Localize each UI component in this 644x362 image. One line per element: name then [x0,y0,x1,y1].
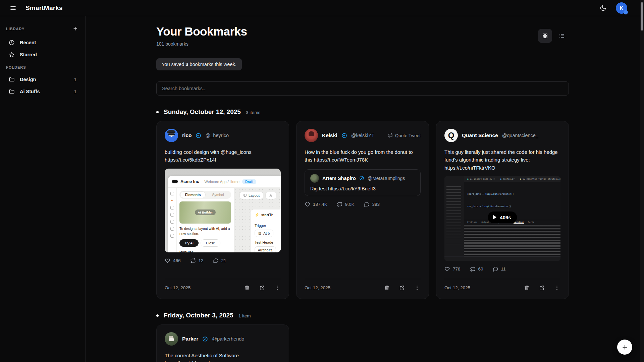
comments-stat[interactable]: 11 [493,266,506,272]
delete-bookmark-button[interactable] [383,284,390,291]
acme-logo [172,180,178,183]
more-options-button[interactable] [553,284,560,291]
scrollbar-thumb[interactable] [641,2,643,31]
delete-bookmark-button[interactable] [244,284,251,291]
section-item-count: 1 item [238,313,251,318]
folder-count: 1 [74,89,76,94]
quoted-tweet-text: Rig test https://t.co/kY9IBneff3 [310,186,415,191]
flow-button [265,192,276,199]
company-name: Acme Inc [180,179,199,184]
page-title: Your Bookmarks [156,25,247,38]
add-bookmark-fab[interactable] [617,340,632,355]
ai-builder-pill: AI Builder [195,209,216,215]
terminal-output [464,225,560,256]
retweet-icon [470,266,476,272]
quoted-tweet[interactable]: Artem Shapiro @MetaDumplings Rig test ht… [305,169,421,196]
open-external-button[interactable] [538,284,545,291]
section-bullet [156,111,159,113]
tweet-video-thumbnail[interactable]: ● 01_ingest_data.py × ● config.py ● 02_m… [444,176,560,261]
tweet-text: How in the blue fuck do you go from the … [305,148,421,164]
more-options-button[interactable] [274,284,281,291]
user-avatar-initial: K [620,5,624,11]
top-bar: SmartMarks K [0,0,644,16]
user-avatar[interactable]: K [616,2,627,14]
list-view-button[interactable] [555,29,569,43]
layout-button: Layout [239,192,263,199]
retweets-stat[interactable]: 60 [470,266,483,272]
likes-stat[interactable]: 187.4K [305,201,327,207]
elements-tab: Elements [180,191,206,198]
bookmark-card-parker[interactable]: Parker @parkerhendo The correct Aestheti… [156,324,289,362]
saved-date: Oct 12, 2025 [165,285,191,290]
sidebar-item-label: Starred [20,52,37,57]
bookmark-count: 101 bookmarks [156,41,247,47]
more-options-button[interactable] [414,284,421,291]
add-library-button[interactable] [71,25,79,33]
sidebar: LIBRARY Recent Starred FOLDERS [0,16,86,362]
app-title: SmartMarks [25,4,63,12]
retweet-icon [190,258,196,263]
likes-stat[interactable]: 466 [165,258,181,263]
landscape-thumbnail: AI Builder [179,201,231,224]
design-tool-window: Acme Inc Webcore App / Home Draft ✦ Elem… [168,176,281,252]
tool-icon-rail: ✦ [168,188,177,252]
author-name: rico [182,132,192,138]
try-ai-button: Try AI [179,239,199,247]
tweet-image-design-tool[interactable]: Acme Inc Webcore App / Home Draft ✦ Elem… [165,169,281,252]
design-canvas: Layout ⚡ startTr Trigger [234,188,281,252]
heart-icon [165,258,170,263]
open-external-button[interactable] [398,284,406,291]
likes-stat[interactable]: 778 [444,266,461,272]
author-name: Parker [182,336,198,342]
video-play-button[interactable]: 409s [488,212,517,223]
sidebar-folder-design[interactable]: Design 1 [5,73,80,85]
star-icon [9,52,15,58]
bookmark-card-rico[interactable]: rico @_heyrico building cool design with… [156,121,289,299]
avatar-status-dot [624,10,628,14]
verified-badge-icon [341,133,347,138]
author-handle: @_heyrico [205,133,229,138]
author-handle: @parkerhendo [212,336,244,342]
bookmark-card-quant-science[interactable]: Q Quant Science @quantscience_ This guy … [436,121,569,299]
retweets-stat[interactable]: 12 [190,258,204,263]
comments-stat[interactable]: 383 [364,201,380,207]
sidebar-item-recent[interactable]: Recent [5,37,80,49]
folder-count: 1 [74,77,76,82]
symbol-tab: Symbol [206,192,230,198]
section-bullet [156,314,159,317]
trigger-properties-panel: ⚡ startTr Trigger 🗓 At 5 Test Heade Auth… [250,209,281,252]
main-content: Your Bookmarks 101 bookmarks [86,16,644,362]
page-scrollbar[interactable] [640,0,644,362]
sidebar-folder-label: Design [20,77,36,82]
comment-icon [493,266,498,272]
delete-bookmark-button[interactable] [523,284,530,291]
tweet-text: The correct Aesthetic of Software https:… [165,352,281,362]
library-section-label: LIBRARY [6,27,24,31]
banner-text: bookmarks this week. [188,62,236,67]
sidebar-item-starred[interactable]: Starred [5,49,80,61]
ai-caption: To design a layout with AI, add a new se… [179,226,231,237]
bookmark-card-kelski[interactable]: Kelski @kelskiYT Quote Tweet How in the … [296,121,429,299]
banner-text: You saved [162,62,185,67]
section-item-count: 3 items [246,110,261,115]
hamburger-menu-icon[interactable] [9,4,17,12]
search-input[interactable] [156,81,569,96]
folder-icon [9,76,15,82]
sidebar-folder-ai-stuffs[interactable]: Ai Stuffs 1 [5,85,80,98]
open-external-button[interactable] [259,284,266,291]
clock-icon [9,40,15,46]
avatar-quant-science: Q [444,129,458,142]
comments-stat[interactable]: 21 [213,258,226,263]
saved-date: Oct 12, 2025 [444,285,470,290]
code-editor-explorer [444,176,464,256]
avatar-rico [165,129,178,142]
tweet-text: building cool design with @huge_icons ht… [165,148,281,164]
heart-icon [444,266,450,272]
grid-view-button[interactable] [538,29,552,43]
date-section-header: Friday, October 3, 2025 1 item [156,312,569,319]
dark-mode-moon-icon[interactable] [598,3,608,13]
video-duration: 409s [500,215,511,220]
retweets-stat[interactable]: 9.0K [337,201,355,207]
verified-badge-icon [359,176,364,181]
quote-tweet-label: Quote Tweet [388,133,421,138]
